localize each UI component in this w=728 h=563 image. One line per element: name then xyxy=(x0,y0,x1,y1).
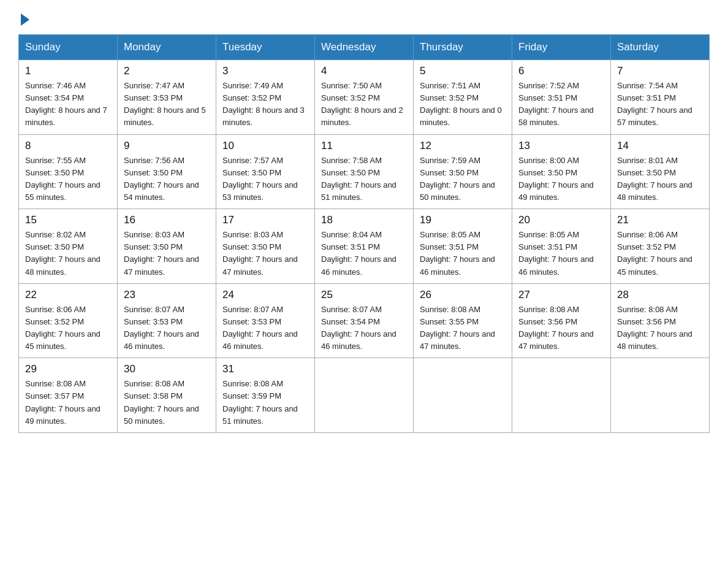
day-number: 12 xyxy=(420,140,506,152)
day-info: Sunrise: 8:05 AMSunset: 3:51 PMDaylight:… xyxy=(420,229,506,278)
day-info: Sunrise: 8:08 AMSunset: 3:55 PMDaylight:… xyxy=(420,304,506,353)
calendar-cell: 6 Sunrise: 7:52 AMSunset: 3:51 PMDayligh… xyxy=(512,60,611,135)
day-info: Sunrise: 7:50 AMSunset: 3:52 PMDaylight:… xyxy=(321,80,407,129)
calendar-day-header: Friday xyxy=(512,35,611,60)
day-number: 20 xyxy=(518,214,604,226)
day-info: Sunrise: 7:56 AMSunset: 3:50 PMDaylight:… xyxy=(124,155,210,204)
calendar-cell: 13 Sunrise: 8:00 AMSunset: 3:50 PMDaylig… xyxy=(512,134,611,209)
day-number: 7 xyxy=(617,65,703,77)
calendar-cell: 8 Sunrise: 7:55 AMSunset: 3:50 PMDayligh… xyxy=(19,134,118,209)
calendar-cell: 22 Sunrise: 8:06 AMSunset: 3:52 PMDaylig… xyxy=(19,283,118,358)
logo xyxy=(18,12,29,23)
day-info: Sunrise: 8:08 AMSunset: 3:59 PMDaylight:… xyxy=(222,378,308,427)
calendar-cell: 19 Sunrise: 8:05 AMSunset: 3:51 PMDaylig… xyxy=(414,209,512,284)
day-info: Sunrise: 7:59 AMSunset: 3:50 PMDaylight:… xyxy=(420,155,506,204)
day-number: 5 xyxy=(420,65,506,77)
calendar-cell: 5 Sunrise: 7:51 AMSunset: 3:52 PMDayligh… xyxy=(414,60,512,135)
calendar-table: SundayMondayTuesdayWednesdayThursdayFrid… xyxy=(18,34,710,433)
calendar-cell: 31 Sunrise: 8:08 AMSunset: 3:59 PMDaylig… xyxy=(216,358,315,433)
day-info: Sunrise: 8:02 AMSunset: 3:50 PMDaylight:… xyxy=(25,229,111,278)
calendar-week-row: 22 Sunrise: 8:06 AMSunset: 3:52 PMDaylig… xyxy=(19,283,710,358)
day-number: 27 xyxy=(518,289,604,301)
calendar-day-header: Tuesday xyxy=(216,35,315,60)
calendar-cell: 18 Sunrise: 8:04 AMSunset: 3:51 PMDaylig… xyxy=(315,209,414,284)
calendar-cell: 4 Sunrise: 7:50 AMSunset: 3:52 PMDayligh… xyxy=(315,60,414,135)
day-info: Sunrise: 8:08 AMSunset: 3:56 PMDaylight:… xyxy=(518,304,604,353)
calendar-week-row: 1 Sunrise: 7:46 AMSunset: 3:54 PMDayligh… xyxy=(19,60,710,135)
day-info: Sunrise: 7:57 AMSunset: 3:50 PMDaylight:… xyxy=(222,155,308,204)
day-number: 8 xyxy=(25,140,111,152)
day-info: Sunrise: 7:55 AMSunset: 3:50 PMDaylight:… xyxy=(25,155,111,204)
day-number: 30 xyxy=(124,363,210,375)
day-number: 18 xyxy=(321,214,407,226)
day-info: Sunrise: 8:03 AMSunset: 3:50 PMDaylight:… xyxy=(124,229,210,278)
calendar-cell: 21 Sunrise: 8:06 AMSunset: 3:52 PMDaylig… xyxy=(611,209,710,284)
calendar-day-header: Thursday xyxy=(414,35,512,60)
calendar-cell: 14 Sunrise: 8:01 AMSunset: 3:50 PMDaylig… xyxy=(611,134,710,209)
calendar-header-row: SundayMondayTuesdayWednesdayThursdayFrid… xyxy=(19,35,710,60)
calendar-cell: 28 Sunrise: 8:08 AMSunset: 3:56 PMDaylig… xyxy=(611,283,710,358)
day-number: 23 xyxy=(124,289,210,301)
day-info: Sunrise: 8:04 AMSunset: 3:51 PMDaylight:… xyxy=(321,229,407,278)
day-number: 13 xyxy=(518,140,604,152)
day-number: 9 xyxy=(124,140,210,152)
day-info: Sunrise: 8:08 AMSunset: 3:58 PMDaylight:… xyxy=(124,378,210,427)
day-number: 21 xyxy=(617,214,703,226)
day-number: 6 xyxy=(518,65,604,77)
calendar-cell: 26 Sunrise: 8:08 AMSunset: 3:55 PMDaylig… xyxy=(414,283,512,358)
calendar-cell: 3 Sunrise: 7:49 AMSunset: 3:52 PMDayligh… xyxy=(216,60,315,135)
calendar-day-header: Sunday xyxy=(19,35,118,60)
calendar-cell: 11 Sunrise: 7:58 AMSunset: 3:50 PMDaylig… xyxy=(315,134,414,209)
day-number: 10 xyxy=(222,140,308,152)
day-number: 3 xyxy=(222,65,308,77)
day-info: Sunrise: 8:08 AMSunset: 3:57 PMDaylight:… xyxy=(25,378,111,427)
day-number: 26 xyxy=(420,289,506,301)
calendar-day-header: Wednesday xyxy=(315,35,414,60)
day-info: Sunrise: 7:47 AMSunset: 3:53 PMDaylight:… xyxy=(124,80,210,129)
calendar-cell: 15 Sunrise: 8:02 AMSunset: 3:50 PMDaylig… xyxy=(19,209,118,284)
calendar-week-row: 15 Sunrise: 8:02 AMSunset: 3:50 PMDaylig… xyxy=(19,209,710,284)
day-info: Sunrise: 7:54 AMSunset: 3:51 PMDaylight:… xyxy=(617,80,703,129)
calendar-day-header: Saturday xyxy=(611,35,710,60)
day-number: 31 xyxy=(222,363,308,375)
day-number: 15 xyxy=(25,214,111,226)
calendar-cell: 25 Sunrise: 8:07 AMSunset: 3:54 PMDaylig… xyxy=(315,283,414,358)
day-info: Sunrise: 8:06 AMSunset: 3:52 PMDaylight:… xyxy=(617,229,703,278)
calendar-cell: 27 Sunrise: 8:08 AMSunset: 3:56 PMDaylig… xyxy=(512,283,611,358)
page-header xyxy=(18,12,710,23)
calendar-cell xyxy=(512,358,611,433)
day-number: 22 xyxy=(25,289,111,301)
day-number: 14 xyxy=(617,140,703,152)
day-info: Sunrise: 7:46 AMSunset: 3:54 PMDaylight:… xyxy=(25,80,111,129)
day-info: Sunrise: 7:51 AMSunset: 3:52 PMDaylight:… xyxy=(420,80,506,129)
calendar-cell: 10 Sunrise: 7:57 AMSunset: 3:50 PMDaylig… xyxy=(216,134,315,209)
calendar-cell: 24 Sunrise: 8:07 AMSunset: 3:53 PMDaylig… xyxy=(216,283,315,358)
calendar-cell: 2 Sunrise: 7:47 AMSunset: 3:53 PMDayligh… xyxy=(118,60,216,135)
calendar-cell: 1 Sunrise: 7:46 AMSunset: 3:54 PMDayligh… xyxy=(19,60,118,135)
day-info: Sunrise: 8:07 AMSunset: 3:54 PMDaylight:… xyxy=(321,304,407,353)
day-info: Sunrise: 7:49 AMSunset: 3:52 PMDaylight:… xyxy=(222,80,308,129)
day-info: Sunrise: 8:06 AMSunset: 3:52 PMDaylight:… xyxy=(25,304,111,353)
day-number: 2 xyxy=(124,65,210,77)
day-info: Sunrise: 8:01 AMSunset: 3:50 PMDaylight:… xyxy=(617,155,703,204)
day-number: 24 xyxy=(222,289,308,301)
calendar-cell: 30 Sunrise: 8:08 AMSunset: 3:58 PMDaylig… xyxy=(118,358,216,433)
day-info: Sunrise: 8:07 AMSunset: 3:53 PMDaylight:… xyxy=(124,304,210,353)
day-number: 25 xyxy=(321,289,407,301)
calendar-day-header: Monday xyxy=(118,35,216,60)
calendar-cell: 20 Sunrise: 8:05 AMSunset: 3:51 PMDaylig… xyxy=(512,209,611,284)
day-number: 17 xyxy=(222,214,308,226)
day-number: 1 xyxy=(25,65,111,77)
day-info: Sunrise: 8:05 AMSunset: 3:51 PMDaylight:… xyxy=(518,229,604,278)
day-number: 11 xyxy=(321,140,407,152)
logo-arrow-icon xyxy=(21,13,29,26)
day-info: Sunrise: 7:58 AMSunset: 3:50 PMDaylight:… xyxy=(321,155,407,204)
calendar-cell: 9 Sunrise: 7:56 AMSunset: 3:50 PMDayligh… xyxy=(118,134,216,209)
day-number: 16 xyxy=(124,214,210,226)
calendar-week-row: 8 Sunrise: 7:55 AMSunset: 3:50 PMDayligh… xyxy=(19,134,710,209)
calendar-week-row: 29 Sunrise: 8:08 AMSunset: 3:57 PMDaylig… xyxy=(19,358,710,433)
day-info: Sunrise: 8:03 AMSunset: 3:50 PMDaylight:… xyxy=(222,229,308,278)
calendar-cell xyxy=(315,358,414,433)
calendar-cell: 17 Sunrise: 8:03 AMSunset: 3:50 PMDaylig… xyxy=(216,209,315,284)
calendar-cell xyxy=(414,358,512,433)
